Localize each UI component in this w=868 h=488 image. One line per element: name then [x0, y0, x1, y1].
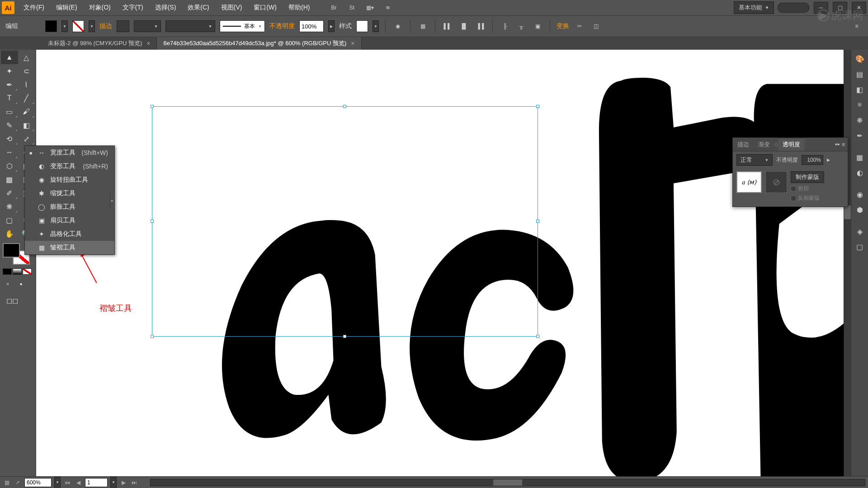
paintbrush-tool[interactable]: 🖌: [18, 105, 35, 118]
zoom-field[interactable]: 600%: [24, 478, 52, 487]
graphic-styles-icon[interactable]: ⬢: [854, 203, 866, 216]
last-artboard-button[interactable]: ⏭: [130, 479, 138, 487]
menu-effect[interactable]: 效果(C): [182, 1, 214, 14]
stroke-profile-combo[interactable]: ▼: [134, 20, 161, 32]
gpu-icon[interactable]: ≋: [382, 2, 394, 14]
symbol-sprayer-tool[interactable]: ❋: [1, 200, 18, 213]
recolor-icon[interactable]: ◉: [392, 20, 404, 32]
fill-color-swatch[interactable]: [3, 243, 20, 258]
stock-icon[interactable]: St: [346, 2, 358, 14]
edit-contents-icon[interactable]: ▦: [417, 20, 429, 32]
vertical-scrollbar[interactable]: [844, 50, 851, 476]
object-thumbnail[interactable]: a ⟨ᴍ⟩: [736, 171, 762, 193]
align-left-icon[interactable]: ▌▌: [442, 20, 453, 32]
mesh-tool[interactable]: ▩: [1, 173, 18, 186]
color-panel-icon[interactable]: 🎨: [854, 52, 866, 65]
panel-menu-icon[interactable]: ≡: [842, 141, 845, 148]
flyout-wrinkle-tool[interactable]: ▩ 皱褶工具: [25, 241, 114, 254]
curvature-tool[interactable]: ⌇: [18, 78, 35, 91]
distribute-h-icon[interactable]: ╟: [499, 20, 511, 32]
bridge-icon[interactable]: Br: [328, 2, 340, 14]
artboard-nav-icon[interactable]: ▦: [3, 479, 11, 487]
color-guide-icon[interactable]: ◧: [854, 83, 866, 96]
gradient-icon[interactable]: [13, 268, 22, 275]
rotate-tool[interactable]: ⟲: [1, 132, 18, 145]
draw-mode-icon[interactable]: ◻◻: [1, 294, 24, 307]
menu-type[interactable]: 文字(T): [117, 1, 149, 14]
flyout-crystallize-tool[interactable]: ✦ 晶格化工具: [25, 227, 114, 241]
shape-builder-tool[interactable]: ⬡: [1, 159, 18, 173]
symbols-panel-icon[interactable]: ❋: [854, 114, 866, 127]
zoom-dropdown[interactable]: ▼: [54, 477, 61, 488]
stroke-panel-icon[interactable]: ✒: [854, 129, 866, 142]
blend-mode-combo[interactable]: 正常▼: [736, 154, 773, 166]
fill-dropdown[interactable]: ▼: [61, 20, 68, 32]
hand-tool[interactable]: ✋: [1, 227, 18, 240]
transparency-panel-icon[interactable]: ◐: [854, 166, 866, 179]
direct-selection-tool[interactable]: △: [18, 51, 35, 64]
artboard-tool[interactable]: ▢: [1, 213, 18, 227]
screen-mode-full[interactable]: ▪: [14, 277, 28, 291]
panel-collapse-icon[interactable]: ▸▸: [835, 141, 840, 148]
clip-checkbox[interactable]: 剪切: [791, 185, 824, 192]
canvas[interactable]: 褶皱工具: [36, 50, 851, 476]
flyout-bloat-tool[interactable]: ◯ 膨胀工具: [25, 200, 114, 214]
style-dropdown[interactable]: ▼: [373, 20, 379, 32]
eraser-tool[interactable]: ◧: [18, 118, 35, 132]
export-icon[interactable]: ↗: [14, 479, 22, 487]
artboards-panel-icon[interactable]: ▢: [854, 240, 866, 253]
horizontal-scrollbar[interactable]: [150, 479, 865, 486]
scale-tool[interactable]: ⤢: [18, 132, 35, 145]
document-tab-1[interactable]: 未标题-2 @ 98% (CMYK/GPU 预览) ×: [42, 37, 157, 50]
close-tab-icon[interactable]: ×: [351, 40, 354, 47]
rectangle-tool[interactable]: ▭: [1, 105, 18, 118]
none-color-icon[interactable]: [23, 268, 32, 275]
stroke-label[interactable]: 描边: [99, 22, 112, 30]
opacity-slider-arrow[interactable]: ▶: [827, 158, 830, 162]
menu-file[interactable]: 文件(F): [18, 1, 50, 14]
opacity-field[interactable]: 100%: [299, 20, 324, 32]
align-right-icon[interactable]: ▐▐: [474, 20, 486, 32]
maximize-button[interactable]: ▢: [833, 2, 847, 14]
next-artboard-button[interactable]: ▶: [119, 479, 127, 487]
fill-swatch[interactable]: [45, 20, 57, 32]
distribute-v-icon[interactable]: ╥: [515, 20, 527, 32]
lasso-tool[interactable]: ⊂: [18, 64, 35, 78]
style-swatch[interactable]: [356, 20, 368, 32]
knockout-icon[interactable]: ◫: [590, 20, 602, 32]
menu-object[interactable]: 对象(O): [84, 1, 116, 14]
make-mask-button[interactable]: 制作蒙版: [791, 171, 824, 183]
layers-panel-icon[interactable]: ◈: [854, 225, 866, 238]
screen-mode-present[interactable]: [28, 277, 35, 291]
panel-menu-icon[interactable]: ≡: [851, 20, 863, 32]
align-center-icon[interactable]: ▐▌: [458, 20, 470, 32]
mask-thumbnail[interactable]: ⊘: [765, 171, 787, 193]
workspace-switcher[interactable]: 基本功能 ▼: [734, 1, 774, 14]
align-to-icon[interactable]: ▣: [532, 20, 543, 32]
solid-color-icon[interactable]: [3, 268, 12, 275]
width-tool[interactable]: ↔: [1, 145, 18, 159]
prev-artboard-button[interactable]: ◀: [74, 479, 82, 487]
flyout-warp-tool[interactable]: ◐ 变形工具 (Shift+R): [25, 160, 114, 173]
close-tab-icon[interactable]: ×: [146, 40, 150, 47]
flyout-pucker-tool[interactable]: ✱ 缩拢工具: [25, 187, 114, 200]
menu-help[interactable]: 帮助(H): [283, 1, 315, 14]
eyedropper-tool[interactable]: ✐: [1, 186, 18, 200]
flyout-tear-off[interactable]: ▸: [110, 191, 114, 209]
first-artboard-button[interactable]: ⏮: [63, 479, 71, 487]
panel-tab-gradient[interactable]: 渐变: [754, 138, 774, 151]
brushes-panel-icon[interactable]: ≡: [854, 99, 866, 111]
line-tool[interactable]: ╱: [18, 91, 35, 105]
opacity-label[interactable]: 不透明度: [269, 22, 295, 30]
isolate-icon[interactable]: ✂: [574, 20, 585, 32]
swatches-panel-icon[interactable]: ▤: [854, 68, 866, 80]
magic-wand-tool[interactable]: ✦: [1, 64, 18, 78]
gradient-panel-icon[interactable]: ▦: [854, 151, 866, 164]
menu-edit[interactable]: 编辑(E): [51, 1, 83, 14]
menu-select[interactable]: 选择(S): [150, 1, 182, 14]
arrange-icon[interactable]: ▦▾: [364, 2, 376, 14]
brush-combo[interactable]: 基本 ▼: [220, 20, 265, 32]
menu-window[interactable]: 窗口(W): [248, 1, 282, 14]
screen-mode-normal[interactable]: ▫: [1, 277, 14, 291]
artboard-dropdown[interactable]: ▼: [110, 477, 117, 488]
